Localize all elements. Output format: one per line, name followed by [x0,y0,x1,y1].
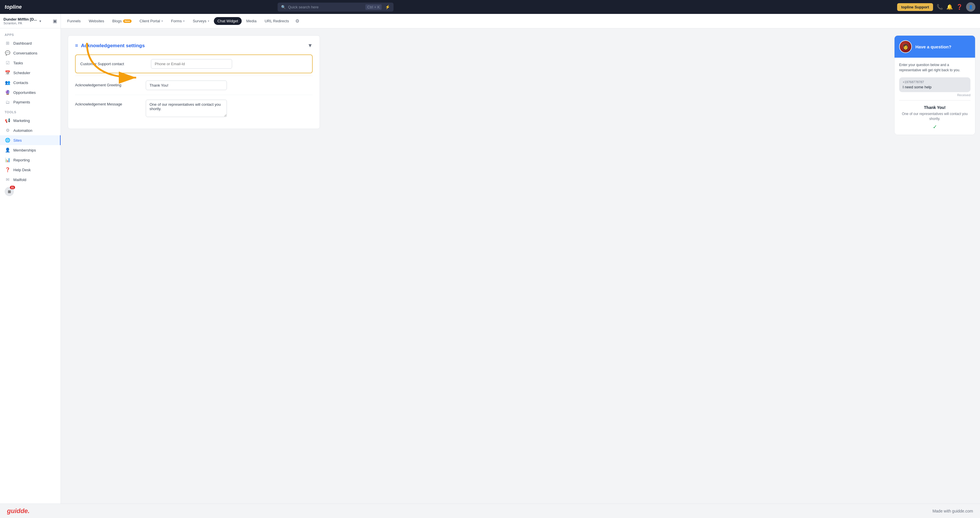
message-row: Acknowledgement Message [75,95,313,122]
ack-title-icon: ≡ [75,43,78,49]
apps-section-label: Apps [0,33,60,38]
contacts-icon: 👥 [5,80,10,85]
chat-avatar: 👩 [899,40,912,53]
sidebar-item-badge[interactable]: ⊞ 31 [0,184,60,199]
memberships-icon: 👤 [5,148,10,153]
tab-surveys[interactable]: Surveys ▾ [189,17,213,25]
user-avatar[interactable]: 👤 [966,2,975,11]
message-label: Acknowledgement Message [75,100,139,106]
avatar-image: 👤 [969,5,973,9]
tab-forms[interactable]: Forms ▾ [167,17,188,25]
tab-blogs[interactable]: Blogs New [109,17,135,25]
ack-header: ≡ Acknowledgement settings ▼ [75,43,313,49]
sidebar-item-contacts[interactable]: 👥 Contacts [0,78,60,87]
sidebar-item-conversations[interactable]: 💬 Conversations [0,48,60,58]
sidebar-item-label: Scheduler [13,71,30,75]
sidebar-item-label: Reporting [13,158,30,162]
chat-thankyou: Thank You! [899,105,970,110]
sidebar-item-label: Conversations [13,51,37,55]
sidebar: Apps ⊞ Dashboard 💬 Conversations ☑ Tasks… [0,29,61,504]
opportunities-icon: 🔮 [5,90,10,95]
bell-icon[interactable]: 🔔 [947,4,953,10]
sidebar-item-reporting[interactable]: 📊 Reporting [0,155,60,165]
forms-chevron: ▾ [183,19,185,22]
sidebar-item-scheduler[interactable]: 📅 Scheduler [0,68,60,78]
content-area: ≡ Acknowledgement settings ▼ Customer Su… [61,29,887,504]
sidebar-item-label: Automation [13,128,32,133]
mailfold-icon: ✉ [5,177,10,182]
chat-check-icon: ✓ [899,124,970,130]
customer-support-input[interactable] [151,59,232,69]
sidebar-item-tasks[interactable]: ☑ Tasks [0,58,60,68]
tools-section-label: Tools [0,110,60,116]
message-textarea[interactable] [146,100,227,117]
sidebar-item-label: Contacts [13,81,28,85]
sidebar-item-sites[interactable]: 🌐 Sites [0,135,60,145]
sites-icon: 🌐 [5,138,10,143]
conversations-icon: 💬 [5,51,10,56]
sidebar-item-automation[interactable]: ⚙ Automation [0,126,60,135]
tab-media[interactable]: Media [243,17,260,25]
marketing-icon: 📢 [5,118,10,123]
sidebar-item-dashboard[interactable]: ⊞ Dashboard [0,38,60,48]
chat-message-bubble: +19768778787 I need some help [899,77,970,92]
tasks-icon: ☑ [5,60,10,65]
badge-count: 31 [10,186,15,189]
chat-preview-header: 👩 Have a question? [894,36,975,58]
sidebar-item-marketing[interactable]: 📢 Marketing [0,116,60,126]
guidde-footer: guidde. Made with guidde.com [0,504,980,518]
tab-websites[interactable]: Websites [85,17,108,25]
sidebar-item-label: Dashboard [13,41,32,46]
sidebar-item-mailfold[interactable]: ✉ Mailfold [0,175,60,184]
sidebar-item-label: Memberships [13,148,36,153]
lightning-icon: ⚡ [385,5,390,9]
guidde-logo: guidde. [7,507,30,515]
greeting-label: Acknowledgement Greeting [75,81,139,87]
badge-icon: ⊞ [8,189,11,194]
top-navigation: topline 🔍 Quick search here Ctrl + K ⚡ t… [0,0,980,14]
sidebar-item-opportunities[interactable]: 🔮 Opportunities [0,87,60,97]
sidebar-toggle-icon[interactable]: ▣ [53,18,57,24]
workspace-location: Scranton, PA [3,21,37,25]
greeting-input[interactable] [146,81,227,90]
sidebar-item-label: Sites [13,138,22,143]
second-navigation: Funnels Websites Blogs New Client Portal… [0,14,980,29]
app-logo: topline [5,4,22,10]
acknowledgement-card: ≡ Acknowledgement settings ▼ Customer Su… [68,35,320,129]
sidebar-item-label: Help Desk [13,168,31,172]
spacer [899,103,970,105]
main-layout: Apps ⊞ Dashboard 💬 Conversations ☑ Tasks… [0,29,980,504]
helpdesk-icon: ❓ [5,167,10,172]
sidebar-item-label: Mailfold [13,178,26,182]
dashboard-icon: ⊞ [5,41,10,46]
ack-title-text: Acknowledgement settings [81,43,145,49]
customer-support-row: Customer Support contact [75,54,313,73]
guidde-tagline: Made with guidde.com [932,509,973,513]
phone-icon[interactable]: 📞 [937,4,943,10]
search-shortcut: Ctrl + K [365,4,382,10]
sidebar-item-payments[interactable]: 🗂 Payments [0,97,60,107]
sidebar-item-helpdesk[interactable]: ❓ Help Desk [0,165,60,175]
help-icon[interactable]: ❓ [956,4,963,10]
tab-chat-widget[interactable]: Chat Widget [214,17,242,25]
sidebar-item-label: Tasks [13,61,23,65]
chat-preview-panel: 👩 Have a question? Enter your question b… [887,29,980,504]
payments-icon: 🗂 [5,100,10,105]
tab-url-redirects[interactable]: URL Redirects [261,17,293,25]
customer-support-label: Customer Support contact [80,62,144,66]
support-button[interactable]: topline Support [897,3,933,11]
tab-client-portal[interactable]: Client Portal ▾ [136,17,167,25]
greeting-row: Acknowledgement Greeting [75,76,313,95]
sidebar-item-label: Opportunities [13,91,36,95]
chat-message-text: I need some help [903,85,967,89]
settings-icon[interactable]: ⚙ [294,16,301,25]
automation-icon: ⚙ [5,128,10,133]
search-bar[interactable]: 🔍 Quick search here Ctrl + K ⚡ [278,3,393,11]
tab-funnels[interactable]: Funnels [64,17,84,25]
sidebar-item-memberships[interactable]: 👤 Memberships [0,145,60,155]
ack-collapse-chevron[interactable]: ▼ [307,43,313,49]
ack-title: ≡ Acknowledgement settings [75,43,145,49]
chat-header-text: Have a question? [915,44,951,49]
chat-body: Enter your question below and a represen… [894,58,975,135]
workspace-chevron-icon[interactable]: ▾ [40,19,41,23]
